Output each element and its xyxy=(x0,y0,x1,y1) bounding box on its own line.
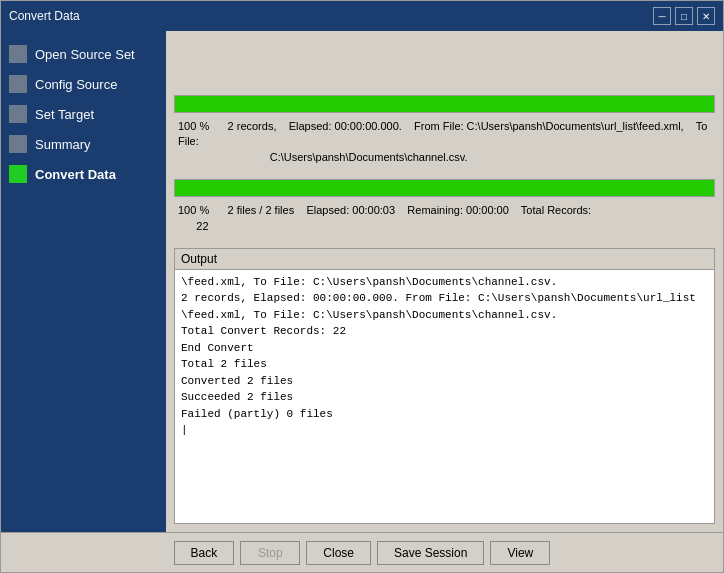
back-button[interactable]: Back xyxy=(174,541,235,565)
progress-bar-2-container xyxy=(174,179,715,197)
save-session-button[interactable]: Save Session xyxy=(377,541,484,565)
progress-2-total: 22 xyxy=(178,220,209,232)
main-window: Convert Data ─ □ ✕ Open Source Set Confi… xyxy=(0,0,724,573)
sidebar: Open Source Set Config Source Set Target… xyxy=(1,31,166,532)
output-cursor: | xyxy=(181,422,708,439)
sidebar-item-set-target[interactable]: Set Target xyxy=(1,99,166,129)
progress-bar-1-container xyxy=(174,95,715,113)
output-line: End Convert xyxy=(181,340,708,357)
output-line: Total 2 files xyxy=(181,356,708,373)
progress-block-2: 100 % 2 files / 2 files Elapsed: 00:00:0… xyxy=(174,179,715,236)
progress-bar-2-fill xyxy=(175,180,714,196)
output-header: Output xyxy=(175,249,714,270)
footer: Back Stop Close Save Session View xyxy=(1,532,723,572)
output-section: Output \feed.xml, To File: C:\Users\pans… xyxy=(174,248,715,524)
progress-2-percent: 100 % xyxy=(178,204,209,216)
output-line: Converted 2 files xyxy=(181,373,708,390)
progress-2-details: 2 files / 2 files Elapsed: 00:00:03 Rema… xyxy=(228,204,592,216)
close-window-button[interactable]: ✕ xyxy=(697,7,715,25)
minimize-button[interactable]: ─ xyxy=(653,7,671,25)
output-line: \feed.xml, To File: C:\Users\pansh\Docum… xyxy=(181,274,708,291)
content-area: Open Source Set Config Source Set Target… xyxy=(1,31,723,532)
summary-icon xyxy=(9,135,27,153)
convert-data-icon xyxy=(9,165,27,183)
sidebar-label-open-source-set: Open Source Set xyxy=(35,47,135,62)
sidebar-item-open-source-set[interactable]: Open Source Set xyxy=(1,39,166,69)
output-line: Failed (partly) 0 files xyxy=(181,406,708,423)
config-source-icon xyxy=(9,75,27,93)
sidebar-label-convert-data: Convert Data xyxy=(35,167,116,182)
progress-1-details: 2 records, Elapsed: 00:00:00.000. From F… xyxy=(178,120,707,147)
progress-1-percent: 100 % xyxy=(178,120,209,132)
top-spacer xyxy=(174,39,715,89)
progress-block-1: 100 % 2 records, Elapsed: 00:00:00.000. … xyxy=(174,95,715,167)
window-controls: ─ □ ✕ xyxy=(653,7,715,25)
sidebar-label-config-source: Config Source xyxy=(35,77,117,92)
output-line: Succeeded 2 files xyxy=(181,389,708,406)
output-body[interactable]: \feed.xml, To File: C:\Users\pansh\Docum… xyxy=(175,270,714,523)
window-title: Convert Data xyxy=(9,9,80,23)
close-button[interactable]: Close xyxy=(306,541,371,565)
maximize-button[interactable]: □ xyxy=(675,7,693,25)
sidebar-label-summary: Summary xyxy=(35,137,91,152)
open-source-set-icon xyxy=(9,45,27,63)
progress-1-file: C:\Users\pansh\Documents\channel.csv. xyxy=(178,151,468,163)
title-bar: Convert Data ─ □ ✕ xyxy=(1,1,723,31)
sidebar-label-set-target: Set Target xyxy=(35,107,94,122)
sidebar-item-config-source[interactable]: Config Source xyxy=(1,69,166,99)
sidebar-item-summary[interactable]: Summary xyxy=(1,129,166,159)
progress-bar-1-fill xyxy=(175,96,714,112)
main-content: 100 % 2 records, Elapsed: 00:00:00.000. … xyxy=(166,31,723,532)
sidebar-item-convert-data[interactable]: Convert Data xyxy=(1,159,166,189)
set-target-icon xyxy=(9,105,27,123)
stop-button[interactable]: Stop xyxy=(240,541,300,565)
progress-info-2: 100 % 2 files / 2 files Elapsed: 00:00:0… xyxy=(174,201,715,236)
view-button[interactable]: View xyxy=(490,541,550,565)
output-line: 2 records, Elapsed: 00:00:00.000. From F… xyxy=(181,290,708,307)
progress-info-1: 100 % 2 records, Elapsed: 00:00:00.000. … xyxy=(174,117,715,167)
output-line: \feed.xml, To File: C:\Users\pansh\Docum… xyxy=(181,307,708,324)
output-line: Total Convert Records: 22 xyxy=(181,323,708,340)
